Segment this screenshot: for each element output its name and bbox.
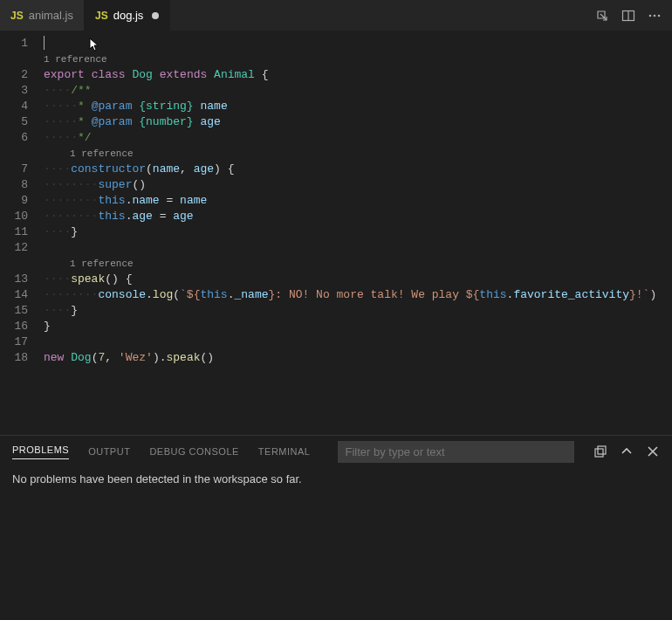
text-cursor: [44, 36, 45, 50]
svg-point-4: [658, 14, 661, 17]
more-actions-icon[interactable]: [648, 9, 662, 23]
tab-label: animal.js: [29, 9, 73, 22]
panel-tab-problems[interactable]: PROBLEMS: [12, 444, 69, 459]
svg-rect-5: [595, 449, 603, 457]
panel-tab-terminal[interactable]: TERMINAL: [258, 446, 311, 457]
panel-tab-output[interactable]: OUTPUT: [88, 446, 130, 457]
tab-dog-js[interactable]: JS dog.js: [85, 0, 170, 31]
js-icon: JS: [95, 10, 108, 22]
tab-bar: JS animal.js JS dog.js: [0, 0, 672, 31]
codelens-reference[interactable]: 1 reference: [44, 52, 672, 67]
code-editor[interactable]: 1 2 3 4 5 6 7 8 9 10 11 12 13 14 15 16 1…: [0, 31, 672, 435]
codelens-reference[interactable]: 1 reference: [44, 146, 672, 162]
dirty-indicator-icon: [152, 12, 159, 19]
svg-point-2: [649, 14, 652, 17]
svg-point-3: [654, 14, 656, 17]
split-editor-icon[interactable]: [621, 9, 635, 23]
js-icon: JS: [10, 10, 24, 22]
panel-body: No problems have been detected in the wo…: [0, 467, 672, 491]
bottom-panel: PROBLEMS OUTPUT DEBUG CONSOLE TERMINAL N…: [0, 435, 672, 620]
panel-tab-debug-console[interactable]: DEBUG CONSOLE: [149, 446, 238, 457]
tab-actions: [585, 0, 672, 31]
close-icon[interactable]: [646, 444, 660, 458]
tab-label: dog.js: [113, 9, 144, 22]
collapse-all-icon[interactable]: [593, 444, 607, 458]
panel-tabs: PROBLEMS OUTPUT DEBUG CONSOLE TERMINAL: [0, 436, 672, 467]
svg-rect-6: [598, 446, 606, 454]
panel-filter: [338, 441, 574, 463]
problems-empty-message: No problems have been detected in the wo…: [12, 472, 302, 486]
code-content[interactable]: 1 reference export class Dog extends Ani…: [44, 36, 672, 435]
tab-animal-js[interactable]: JS animal.js: [0, 0, 85, 31]
compare-changes-icon[interactable]: [595, 9, 609, 23]
panel-actions: [593, 444, 660, 458]
filter-input[interactable]: [338, 441, 574, 463]
line-gutter: 1 2 3 4 5 6 7 8 9 10 11 12 13 14 15 16 1…: [0, 36, 44, 435]
codelens-reference[interactable]: 1 reference: [44, 256, 672, 272]
chevron-up-icon[interactable]: [620, 444, 634, 458]
